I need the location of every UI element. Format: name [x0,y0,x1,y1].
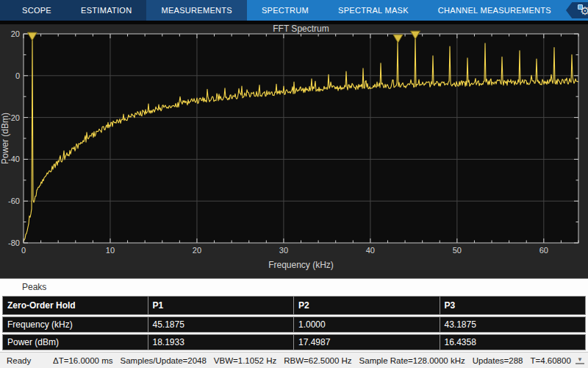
peaks-col-header: P1 [148,296,295,315]
settings-badge[interactable]: ⚙ [566,2,588,18]
spectrum-plot[interactable]: FFT Spectrum0102030405060200-20-40-60-80… [0,24,588,278]
y-tick-label: -80 [8,238,20,247]
x-tick-label: 50 [453,246,462,255]
x-tick-label: 30 [279,246,288,255]
peaks-row-label: Power (dBm) [2,334,148,350]
status-bar: Ready ΔT=16.0000 msSamples/Update=2048VB… [0,352,588,368]
plot-area [24,34,578,243]
peaks-cell: 1.0000 [294,316,440,333]
status-metric: VBW=1.1052 Hz [214,356,276,365]
toolbar-controls: ⚙ [566,0,588,21]
peaks-cell: 45.1875 [148,316,295,333]
status-metric: Sample Rate=128.0000 kHz [359,356,465,365]
peaks-col-header: P3 [440,296,587,315]
x-tick-label: 20 [193,246,201,255]
peaks-cell: 17.4987 [294,334,440,350]
x-tick-label: 40 [366,246,375,255]
peaks-table-body: Frequency (kHz)45.18751.000043.1875Power… [2,316,586,350]
tab-channel-measurements[interactable]: CHANNEL MEASUREMENTS [423,0,566,21]
status-metric: ΔT=16.0000 ms [53,356,113,365]
tab-bar: SCOPEESTIMATIONMEASUREMENTS SPECTRUMSPEC… [0,0,588,21]
collapse-icon[interactable]: ▼ [576,356,584,364]
tab-measurements[interactable]: MEASUREMENTS [146,0,247,21]
peaks-table-row: Power (dBm)18.193317.498716.4358 [2,334,586,350]
status-metrics: ΔT=16.0000 msSamples/Update=2048VBW=1.10… [53,356,588,365]
y-axis-label: Power (dBm) [0,113,10,164]
peaks-col-header: Zero-Order Hold [2,296,148,315]
peaks-table-head: Zero-Order HoldP1P2P3 [2,296,586,315]
contextual-tab-group: SPECTRUMSPECTRAL MASKCHANNEL MEASUREMENT… [247,0,588,21]
status-metric: Samples/Update=2048 [121,356,207,365]
status-metric: RBW=62.5000 Hz [284,356,351,365]
spectrum-analyzer-window: SCOPEESTIMATIONMEASUREMENTS SPECTRUMSPEC… [0,0,588,368]
peaks-col-header: P2 [294,296,440,315]
status-state: Ready [0,356,53,365]
x-axis-label: Frequency (kHz) [268,260,334,270]
tab-estimation[interactable]: ESTIMATION [66,0,146,21]
y-tick-label: 20 [11,29,20,38]
peaks-panel: Peaks Zero-Order HoldP1P2P3 Frequency (k… [0,278,588,352]
tab-spectrum[interactable]: SPECTRUM [247,0,323,21]
peaks-cell: 18.1933 [148,334,295,350]
tab-scope[interactable]: SCOPE [7,0,66,21]
y-tick-label: -60 [8,197,20,205]
chart-title: FFT Spectrum [273,24,329,34]
peaks-table-row: Frequency (kHz)45.18751.000043.1875 [2,316,586,333]
x-tick-label: 0 [21,246,26,255]
peaks-cell: 43.1875 [440,316,587,333]
tab-spectral-mask[interactable]: SPECTRAL MASK [323,0,423,21]
tag-icon [578,4,583,10]
x-tick-label: 10 [106,246,115,255]
peaks-row-label: Frequency (kHz) [2,316,148,333]
y-tick-label: 0 [15,71,20,80]
status-metric: Updates=288 [473,356,523,365]
x-tick-label: 60 [539,246,548,255]
peaks-cell: 16.4358 [440,334,587,350]
peaks-panel-title: Peaks [0,279,588,294]
fft-spectrum-chart[interactable]: FFT Spectrum0102030405060200-20-40-60-80… [0,24,588,278]
status-metric: T=4.60800 [531,356,571,365]
peaks-table: Zero-Order HoldP1P2P3 Frequency (kHz)45.… [2,294,586,352]
